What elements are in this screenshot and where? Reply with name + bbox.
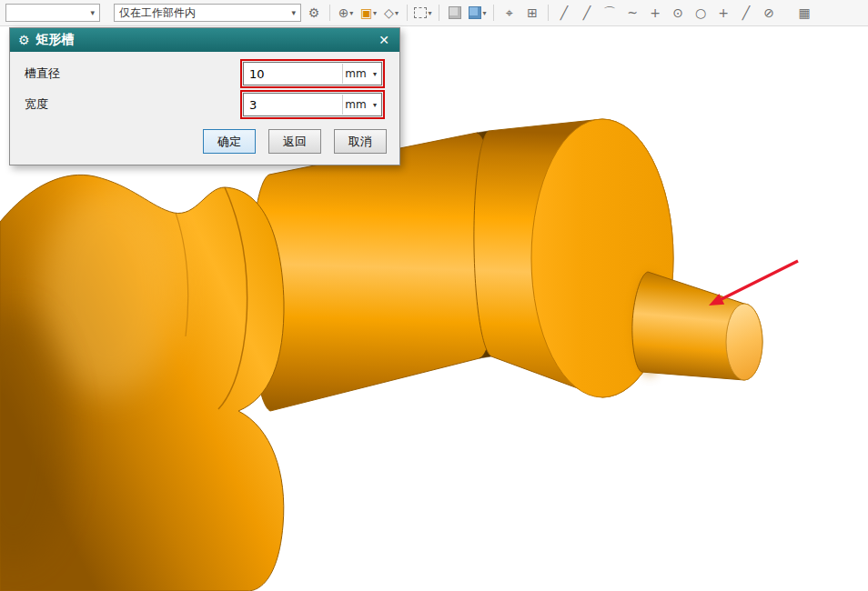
shaft-model[interactable] (0, 119, 762, 591)
rectangular-groove-dialog: ⚙ 矩形槽 ✕ 槽直径 mm ▾ 宽度 mm ▾ (9, 27, 400, 165)
close-icon[interactable]: ✕ (377, 33, 391, 47)
annotation-arrow (709, 261, 798, 306)
circle-icon[interactable]: ○ (691, 3, 711, 23)
selection-rect-icon[interactable]: ▾ (413, 3, 433, 23)
width-input[interactable] (244, 95, 342, 115)
dialog-body: 槽直径 mm ▾ 宽度 mm ▾ 确定 返回 取消 (10, 52, 399, 165)
slash-icon[interactable]: ╱ (736, 3, 756, 23)
width-row: 宽度 mm ▾ (15, 89, 394, 120)
shaft-mid-cylinder[interactable] (251, 133, 498, 411)
chevron-down-icon: ▾ (286, 8, 296, 17)
cube-blue-icon[interactable]: ▾ (468, 3, 488, 23)
chevron-down-icon: ▾ (428, 9, 431, 17)
spline-icon[interactable]: ~ (622, 3, 642, 23)
groove-diameter-label: 槽直径 (25, 65, 60, 82)
chevron-down-icon: ▾ (482, 9, 486, 17)
circle-center-icon[interactable]: ⊙ (668, 3, 688, 23)
width-label: 宽度 (25, 96, 48, 113)
toolbar: ▾ 仅在工作部件内 ▾ ⚙ ⊕ ▾ ▣ ▾ ◇ ▾ ▾ ▾ ⌖ ⊞ ╱ ╱ (0, 0, 868, 26)
chevron-down-icon: ▾ (349, 9, 353, 17)
toolbar-separator (493, 5, 494, 21)
groove-diameter-row: 槽直径 mm ▾ (15, 58, 394, 89)
toolbar-separator (407, 5, 408, 21)
snap-gear-icon[interactable]: ⚙ (304, 3, 324, 23)
back-button[interactable]: 返回 (268, 129, 321, 154)
dialog-title: 矩形槽 (36, 32, 75, 48)
grid-icon[interactable]: ▦ (794, 3, 814, 23)
no-snap-icon[interactable]: ⊘ (759, 3, 779, 23)
chevron-down-icon: ▾ (85, 8, 95, 17)
cancel-button[interactable]: 取消 (334, 129, 387, 154)
toolbar-separator (329, 5, 330, 21)
ok-button[interactable]: 确定 (203, 129, 256, 154)
selection-filter-value: 仅在工作部件内 (119, 5, 196, 21)
arc-icon[interactable]: ⌒ (600, 3, 620, 23)
chevron-down-icon[interactable]: ▾ (368, 70, 381, 78)
groove-diameter-unit-select[interactable]: mm (342, 64, 368, 84)
selection-scope-combo[interactable]: ▾ (5, 4, 100, 22)
shading-highlight (41, 186, 177, 396)
chevron-down-icon: ▾ (373, 9, 377, 17)
handles-icon[interactable]: ⊞ (522, 3, 542, 23)
dialog-buttons: 确定 返回 取消 (15, 120, 394, 155)
dialog-titlebar[interactable]: ⚙ 矩形槽 ✕ (10, 28, 399, 52)
chevron-down-icon: ▾ (395, 9, 399, 17)
line-icon[interactable]: ╱ (554, 3, 574, 23)
selection-filter-combo[interactable]: 仅在工作部件内 ▾ (114, 4, 301, 22)
width-unit-select[interactable]: mm (342, 95, 368, 115)
snap-point-icon[interactable]: ⊕ ▾ (336, 3, 356, 23)
shaft-end-face[interactable] (726, 304, 762, 380)
line2-icon[interactable]: ╱ (577, 3, 597, 23)
datum-icon[interactable]: ◇ ▾ (381, 3, 401, 23)
toolbar-separator (439, 5, 439, 21)
groove-diameter-field: mm ▾ (243, 62, 382, 85)
annotation-highlight-box: mm ▾ (240, 59, 385, 88)
width-field: mm ▾ (243, 93, 382, 116)
chevron-down-icon[interactable]: ▾ (368, 101, 381, 109)
work-plane-icon[interactable]: ▣ ▾ (358, 3, 378, 23)
toolbar-separator (548, 5, 549, 21)
point-icon[interactable]: + (645, 3, 665, 23)
plus-icon[interactable]: + (713, 3, 733, 23)
groove-diameter-input[interactable] (244, 64, 342, 84)
orient-icon[interactable]: ⌖ (500, 3, 520, 23)
cube-gray-icon[interactable] (445, 3, 465, 23)
gear-icon: ⚙ (18, 33, 30, 47)
annotation-highlight-box: mm ▾ (240, 90, 385, 119)
